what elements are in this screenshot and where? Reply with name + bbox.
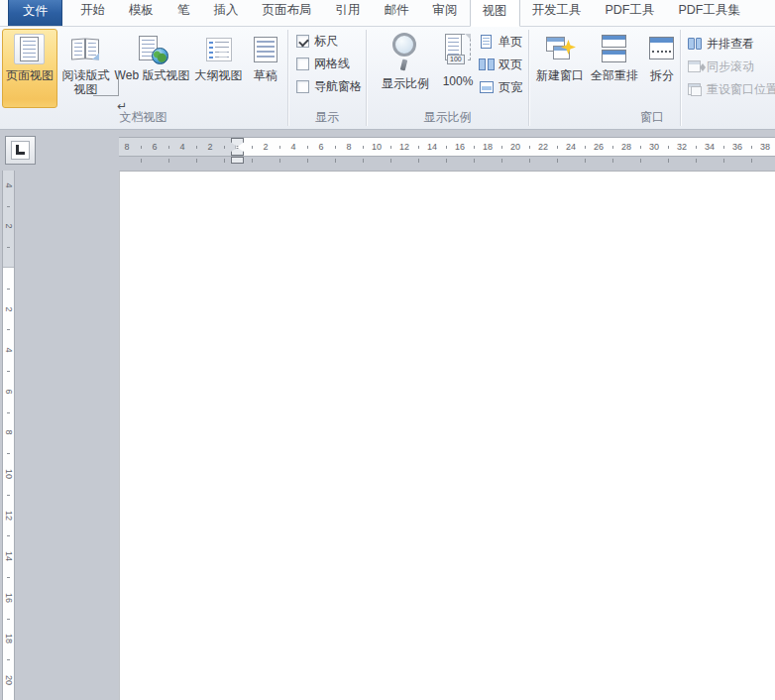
tab-strip: 开始模板笔插入页面布局引用邮件审阅视图开发工具PDF工具PDF工具集 bbox=[68, 0, 752, 26]
tab-file[interactable]: 文件 bbox=[8, 0, 62, 26]
web-layout-button[interactable]: Web 版式视图 bbox=[114, 29, 190, 108]
h-ruler-tick bbox=[279, 146, 280, 149]
h-ruler-tick bbox=[390, 159, 391, 163]
arrange-all-icon bbox=[598, 33, 631, 66]
tab-PDF工具集[interactable]: PDF工具集 bbox=[667, 0, 753, 26]
reset-window-icon bbox=[686, 82, 704, 97]
v-ruler-number: 18 bbox=[3, 634, 15, 644]
h-ruler-tick bbox=[335, 159, 336, 163]
navpane-checkbox-row[interactable]: 导航窗格 bbox=[296, 78, 362, 94]
v-ruler-number: 8 bbox=[3, 427, 15, 438]
split-button[interactable]: 拆分 bbox=[642, 29, 682, 108]
h-ruler-tick bbox=[474, 159, 475, 163]
v-ruler-tick bbox=[7, 535, 10, 536]
arrange-all-button[interactable]: 全部重排 bbox=[587, 29, 642, 108]
document-page[interactable] bbox=[119, 171, 775, 700]
v-ruler-number: 10 bbox=[3, 469, 15, 480]
h-ruler-tick bbox=[529, 146, 530, 149]
v-ruler-tick bbox=[7, 412, 10, 413]
outline-view-icon bbox=[202, 33, 236, 66]
h-ruler-tick bbox=[390, 146, 391, 149]
hanging-indent-marker[interactable] bbox=[231, 148, 244, 156]
tab-页面布局[interactable]: 页面布局 bbox=[251, 0, 324, 26]
v-ruler-number: 4 bbox=[3, 179, 15, 190]
full-screen-reading-button[interactable]: 阅读版式视图 bbox=[57, 29, 114, 108]
tab-审阅[interactable]: 审阅 bbox=[421, 0, 470, 26]
margin-corner-mark bbox=[93, 95, 118, 96]
synchronous-scrolling-button: 同步滚动 bbox=[686, 58, 775, 75]
tab-插入[interactable]: 插入 bbox=[202, 0, 251, 26]
h-ruler-number: 34 bbox=[700, 138, 720, 156]
draft-view-button[interactable]: 草稿 bbox=[247, 29, 284, 108]
navpane-checkbox[interactable] bbox=[296, 80, 309, 93]
h-ruler-tick bbox=[723, 159, 724, 163]
h-ruler-tick bbox=[252, 159, 253, 163]
h-ruler-tick bbox=[585, 159, 586, 163]
h-ruler-tick bbox=[751, 146, 752, 149]
h-ruler-tick bbox=[529, 159, 530, 163]
tab-邮件[interactable]: 邮件 bbox=[373, 0, 421, 26]
tab-selector[interactable] bbox=[5, 136, 36, 165]
tab-笔[interactable]: 笔 bbox=[166, 0, 202, 26]
v-ruler-number: 20 bbox=[3, 675, 15, 686]
tab-视图[interactable]: 视图 bbox=[470, 0, 520, 27]
tab-PDF工具[interactable]: PDF工具 bbox=[594, 0, 667, 26]
h-ruler-tick bbox=[612, 146, 613, 149]
zoom-button[interactable]: 显示比例 bbox=[375, 32, 436, 92]
zoom-page-buttons: 单页 双页 页宽 bbox=[478, 34, 522, 102]
h-ruler-number: 8 bbox=[339, 138, 359, 156]
zoom-100-button[interactable]: 100 100% bbox=[436, 33, 480, 88]
h-ruler-number: 14 bbox=[422, 138, 442, 156]
group-label-show: 显示 bbox=[288, 109, 366, 126]
tab-开发工具[interactable]: 开发工具 bbox=[520, 0, 594, 26]
new-window-button[interactable]: 新建窗口 bbox=[533, 29, 587, 108]
h-ruler-tick bbox=[141, 146, 142, 149]
ribbon-tab-bar: 文件 开始模板笔插入页面布局引用邮件审阅视图开发工具PDF工具PDF工具集 bbox=[0, 0, 775, 27]
h-ruler-tick bbox=[640, 159, 641, 163]
horizontal-ruler[interactable]: 86422468101214161820222426283032343638 bbox=[119, 137, 775, 157]
v-ruler-number: 16 bbox=[3, 592, 15, 603]
ruler-checkbox-row[interactable]: 标尺 bbox=[296, 33, 338, 49]
magnifier-icon bbox=[388, 32, 423, 71]
one-page-button[interactable]: 单页 bbox=[478, 34, 522, 51]
document-view-buttons: 页面视图 阅读版式视图 Web 版式视图 大纲视图 草稿 bbox=[2, 29, 284, 108]
h-ruler-tick bbox=[474, 146, 475, 149]
print-layout-icon bbox=[13, 33, 47, 66]
h-ruler-number: 26 bbox=[589, 138, 609, 156]
sync-scroll-icon bbox=[686, 59, 704, 74]
h-ruler-tick bbox=[141, 159, 142, 163]
h-ruler-number: 4 bbox=[283, 138, 303, 156]
ruler-checkbox[interactable] bbox=[296, 35, 309, 48]
h-ruler-tick bbox=[501, 146, 502, 149]
h-ruler-tick bbox=[418, 159, 419, 163]
h-ruler-tick bbox=[279, 159, 280, 163]
outline-view-button[interactable]: 大纲视图 bbox=[190, 29, 247, 108]
group-label-document-views: 文档视图 bbox=[0, 109, 286, 126]
ruler-checkbox-label: 标尺 bbox=[314, 33, 338, 50]
ribbon: 页面视图 阅读版式视图 Web 版式视图 大纲视图 草稿 文档视图 bbox=[0, 27, 775, 130]
gridlines-checkbox-row[interactable]: 网格线 bbox=[296, 56, 350, 71]
h-ruler-tick bbox=[668, 159, 669, 163]
two-pages-button[interactable]: 双页 bbox=[478, 57, 522, 73]
tab-模板[interactable]: 模板 bbox=[117, 0, 166, 26]
group-label-zoom: 显示比例 bbox=[367, 109, 528, 126]
h-ruler-tick bbox=[363, 159, 364, 163]
print-layout-button[interactable]: 页面视图 bbox=[2, 29, 57, 108]
tab-引用[interactable]: 引用 bbox=[324, 0, 373, 26]
h-ruler-number: 22 bbox=[533, 138, 553, 156]
tab-开始[interactable]: 开始 bbox=[68, 0, 117, 26]
h-ruler-tick bbox=[751, 159, 752, 163]
v-ruler-tick bbox=[7, 289, 10, 290]
gridlines-checkbox[interactable] bbox=[296, 58, 309, 70]
vertical-ruler[interactable]: 422468101214161820 bbox=[2, 171, 15, 700]
page-width-button[interactable]: 页宽 bbox=[478, 79, 522, 96]
group-zoom: 显示比例 100 100% 单页 双页 页宽 显示比例 bbox=[367, 27, 528, 129]
v-ruler-tick bbox=[7, 453, 10, 454]
v-ruler-tick bbox=[7, 619, 10, 620]
first-line-indent-marker[interactable] bbox=[231, 138, 244, 147]
view-side-by-side-button[interactable]: 并排查看 bbox=[686, 36, 775, 53]
h-ruler-number: 12 bbox=[394, 138, 414, 156]
h-ruler-tick bbox=[668, 146, 669, 149]
h-ruler-number: 4 bbox=[172, 138, 192, 156]
h-ruler-tick bbox=[252, 146, 253, 149]
